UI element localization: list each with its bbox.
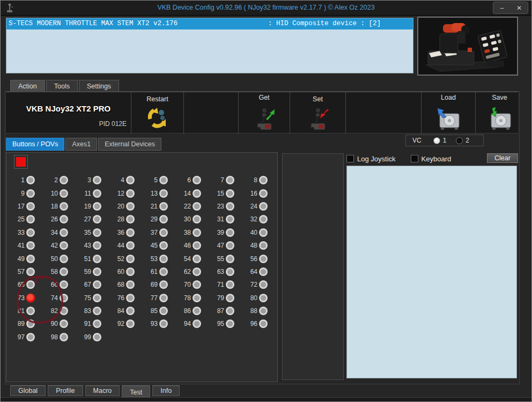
load-button[interactable]: Load <box>422 92 476 134</box>
tab-test[interactable]: Test <box>122 385 150 397</box>
button-22-number: 22 <box>178 203 191 210</box>
button-17-led <box>26 202 35 211</box>
keyboard-checkbox[interactable] <box>411 155 418 162</box>
button-31-number: 31 <box>211 215 224 223</box>
button-57-led <box>26 267 35 276</box>
log-joystick-checkbox[interactable] <box>346 155 354 162</box>
button-45-cell: 45 <box>145 239 178 252</box>
button-62-cell: 62 <box>178 265 211 278</box>
close-button[interactable]: ✕ <box>511 2 528 13</box>
log-joystick-label: Log Joystick <box>357 155 396 163</box>
button-60-led <box>126 267 135 276</box>
tab-external-devices[interactable]: External Devices <box>98 138 161 151</box>
button-2-cell: 2 <box>45 174 78 187</box>
tab-axes1[interactable]: Axes1 <box>65 138 97 151</box>
restart-recycle-icon <box>131 106 183 129</box>
button-75-cell: 75 <box>78 292 112 304</box>
device-state-indicator <box>16 157 26 167</box>
button-68-number: 68 <box>112 281 124 288</box>
save-button[interactable]: Save <box>476 92 523 134</box>
button-7-number: 7 <box>211 176 224 184</box>
button-31-cell: 31 <box>211 213 245 226</box>
button-5-cell: 5 <box>145 174 178 187</box>
button-64-cell: 64 <box>245 265 278 278</box>
button-29-cell: 29 <box>145 213 178 226</box>
button-35-led <box>93 228 101 237</box>
button-4-number: 4 <box>112 176 124 184</box>
button-6-number: 6 <box>178 176 191 184</box>
button-26-cell: 26 <box>45 213 78 226</box>
button-75-led <box>93 294 101 302</box>
button-86-number: 86 <box>178 307 191 315</box>
button-33-cell: 33 <box>12 226 45 239</box>
get-button[interactable]: Get <box>239 92 290 134</box>
button-94-number: 94 <box>178 320 191 327</box>
button-81-cell: 81 <box>12 304 45 317</box>
set-button[interactable]: Set <box>290 92 346 134</box>
button-6-cell: 6 <box>178 174 211 187</box>
button-11-cell: 11 <box>78 187 112 199</box>
button-84-led <box>126 307 135 315</box>
button-led-grid: 1234567891011121314151617181920212223242… <box>12 174 278 344</box>
button-24-number: 24 <box>245 203 257 210</box>
vc-option-2-label: 2 <box>466 137 469 144</box>
button-49-cell: 49 <box>12 252 45 265</box>
tab-macro[interactable]: Macro <box>85 385 120 396</box>
button-77-number: 77 <box>145 294 158 302</box>
button-51-led <box>93 255 101 263</box>
button-88-led <box>259 307 268 315</box>
button-76-led <box>126 294 135 302</box>
button-1-number: 1 <box>12 176 25 184</box>
vc-radio-2[interactable] <box>456 137 463 144</box>
tab-info[interactable]: Info <box>152 385 180 396</box>
device-list-selected-row[interactable]: S-TECS MODERN THROTTLE MAX STEM XT2 v2.1… <box>6 18 413 29</box>
button-54-led <box>193 255 201 263</box>
minimize-button[interactable]: – <box>493 2 511 13</box>
button-44-number: 44 <box>112 242 124 249</box>
button-11-number: 11 <box>78 190 91 197</box>
buttons-test-panel: 1234567891011121314151617181920212223242… <box>6 152 278 382</box>
vc-label: VC <box>412 137 422 144</box>
tab-global[interactable]: Global <box>10 385 46 396</box>
clear-button[interactable]: Clear <box>487 153 518 163</box>
keyboard-label: Keyboard <box>422 155 452 163</box>
restart-button[interactable]: Restart <box>131 92 184 134</box>
button-78-number: 78 <box>178 294 191 302</box>
button-93-cell: 93 <box>145 317 178 330</box>
button-61-cell: 61 <box>145 265 178 278</box>
tab-profile[interactable]: Profile <box>48 385 83 396</box>
vc-radio-1[interactable] <box>433 137 440 144</box>
button-16-led <box>259 189 268 198</box>
button-44-led <box>126 241 135 250</box>
button-41-number: 41 <box>12 242 25 249</box>
button-61-number: 61 <box>145 268 158 276</box>
button-73-led-on <box>26 294 35 302</box>
button-98-led <box>60 333 68 341</box>
button-78-led <box>193 294 201 302</box>
event-log-area[interactable] <box>346 166 517 378</box>
tab-settings[interactable]: Settings <box>79 80 119 92</box>
button-72-led <box>259 280 268 289</box>
button-40-cell: 40 <box>245 226 278 239</box>
button-37-led <box>159 228 168 237</box>
button-40-led <box>259 228 268 237</box>
button-9-number: 9 <box>12 190 25 197</box>
tab-action[interactable]: Action <box>10 80 45 92</box>
button-88-number: 88 <box>245 307 257 315</box>
button-89-number: 89 <box>12 320 25 327</box>
tab-buttons-povs[interactable]: Buttons / POVs <box>6 138 64 151</box>
tab-tools[interactable]: Tools <box>46 80 78 92</box>
button-49-number: 49 <box>12 255 25 263</box>
button-50-cell: 50 <box>45 252 78 265</box>
button-90-number: 90 <box>45 320 58 327</box>
button-12-cell: 12 <box>112 187 145 199</box>
button-45-number: 45 <box>145 242 158 249</box>
button-61-led <box>159 267 168 276</box>
button-35-number: 35 <box>78 229 91 236</box>
button-7-led <box>226 176 234 184</box>
button-54-number: 54 <box>178 255 191 263</box>
button-42-led <box>60 241 68 250</box>
button-97-cell: 97 <box>12 331 45 344</box>
toolbar-spacer-1 <box>184 92 239 134</box>
button-43-led <box>93 241 101 250</box>
